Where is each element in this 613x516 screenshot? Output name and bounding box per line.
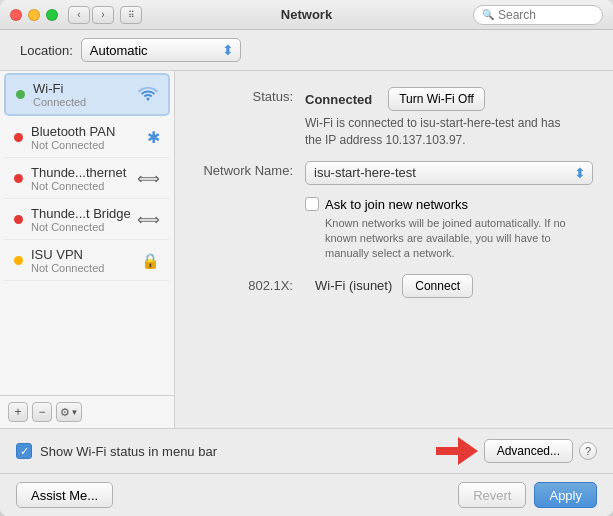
network-status-wifi: Connected <box>33 96 134 108</box>
network-name-label: Network Name: <box>195 161 305 178</box>
network-preferences-window: ‹ › ⠿ Network 🔍 Location: Automatic ⬍ Wi <box>0 0 613 516</box>
ask-join-label: Ask to join new networks <box>325 197 468 212</box>
join-hint-text: Known networks will be joined automatica… <box>325 216 585 262</box>
network-info-bluetooth: Bluetooth PAN Not Connected <box>31 124 143 151</box>
forward-button[interactable]: › <box>92 6 114 24</box>
network-info-wifi: Wi-Fi Connected <box>33 81 134 108</box>
sidebar-item-bluetooth[interactable]: Bluetooth PAN Not Connected ✱ <box>4 118 170 158</box>
status-dot-vpn <box>14 256 23 265</box>
status-label: Status: <box>195 87 305 104</box>
gear-icon: ⚙ <box>60 406 70 419</box>
join-option: Ask to join new networks Known networks … <box>305 197 585 270</box>
status-description: Wi-Fi is connected to isu-start-here-tes… <box>305 115 565 149</box>
revert-button[interactable]: Revert <box>458 482 526 508</box>
dot8021x-row: 802.1X: Wi-Fi (isunet) Connect <box>195 274 593 298</box>
network-status-thunderbolt-bridge: Not Connected <box>31 221 133 233</box>
traffic-lights <box>10 9 58 21</box>
spacer <box>121 482 450 508</box>
network-name-vpn: ISU VPN <box>31 247 137 262</box>
network-name-thunderbolt-eth: Thunde...thernet <box>31 165 133 180</box>
apply-button[interactable]: Apply <box>534 482 597 508</box>
sidebar-bottom: + − ⚙ ▼ <box>0 395 174 428</box>
sidebar: Wi-Fi Connected <box>0 71 175 428</box>
search-box[interactable]: 🔍 <box>473 5 603 25</box>
show-wifi-label: Show Wi-Fi status in menu bar <box>40 444 217 459</box>
status-dot-thunderbolt-eth <box>14 174 23 183</box>
location-bar: Location: Automatic ⬍ <box>0 30 613 71</box>
status-row: Connected Turn Wi-Fi Off <box>305 87 593 111</box>
network-info-thunderbolt-bridge: Thunde...t Bridge Not Connected <box>31 206 133 233</box>
status-dot-thunderbolt-bridge <box>14 215 23 224</box>
status-connected-text: Connected <box>305 92 372 107</box>
show-wifi-row: ✓ Show Wi-Fi status in menu bar <box>16 443 430 459</box>
gear-dropdown-arrow: ▼ <box>71 408 79 417</box>
search-icon: 🔍 <box>482 9 494 20</box>
location-label: Location: <box>20 43 73 58</box>
assist-me-button[interactable]: Assist Me... <box>16 482 113 508</box>
connect-button[interactable]: Connect <box>402 274 473 298</box>
location-select[interactable]: Automatic ⬍ <box>81 38 241 62</box>
dot8021x-value: Wi-Fi (isunet) <box>315 278 392 293</box>
arrow-tail <box>436 447 460 455</box>
arrow-head <box>458 437 478 465</box>
bluetooth-icon: ✱ <box>147 128 160 147</box>
advanced-button[interactable]: Advanced... <box>484 439 573 463</box>
action-buttons-row: Assist Me... Revert Apply <box>0 473 613 516</box>
titlebar: ‹ › ⠿ Network 🔍 <box>0 0 613 30</box>
grid-view-button[interactable]: ⠿ <box>120 6 142 24</box>
network-info-vpn: ISU VPN Not Connected <box>31 247 137 274</box>
ask-join-row: Ask to join new networks Known networks … <box>195 197 593 270</box>
nav-buttons: ‹ › <box>68 6 114 24</box>
turn-wifi-off-button[interactable]: Turn Wi-Fi Off <box>388 87 485 111</box>
join-checkbox-row: Ask to join new networks <box>305 197 585 212</box>
network-status-bluetooth: Not Connected <box>31 139 143 151</box>
network-name-arrow-icon: ⬍ <box>574 165 586 181</box>
join-spacer <box>195 197 305 199</box>
status-dot-wifi <box>16 90 25 99</box>
thunderbolt-eth-icon: ⟺ <box>137 169 160 188</box>
network-list: Wi-Fi Connected <box>0 71 174 395</box>
network-name-selected: isu-start-here-test <box>314 165 416 180</box>
close-button[interactable] <box>10 9 22 21</box>
sidebar-item-wifi[interactable]: Wi-Fi Connected <box>4 73 170 116</box>
network-name-wifi: Wi-Fi <box>33 81 134 96</box>
network-info-thunderbolt-eth: Thunde...thernet Not Connected <box>31 165 133 192</box>
search-input[interactable] <box>498 8 594 22</box>
add-network-button[interactable]: + <box>8 402 28 422</box>
show-wifi-bar: ✓ Show Wi-Fi status in menu bar Advanced… <box>0 428 613 473</box>
detail-panel: Status: Connected Turn Wi-Fi Off Wi-Fi i… <box>175 71 613 428</box>
status-detail-row: Status: Connected Turn Wi-Fi Off Wi-Fi i… <box>195 87 593 149</box>
location-arrow-icon: ⬍ <box>222 42 234 58</box>
minimize-button[interactable] <box>28 9 40 21</box>
maximize-button[interactable] <box>46 9 58 21</box>
sidebar-item-thunderbolt-bridge[interactable]: Thunde...t Bridge Not Connected ⟺ <box>4 200 170 240</box>
ask-join-checkbox[interactable] <box>305 197 319 211</box>
location-value: Automatic <box>90 43 148 58</box>
main-content: Wi-Fi Connected <box>0 71 613 428</box>
wifi-icon <box>138 85 158 105</box>
network-name-dropdown[interactable]: isu-start-here-test ⬍ <box>305 161 593 185</box>
show-wifi-checkbox[interactable]: ✓ <box>16 443 32 459</box>
vpn-icon: 🔒 <box>141 252 160 270</box>
network-name-detail-row: Network Name: isu-start-here-test ⬍ <box>195 161 593 185</box>
back-button[interactable]: ‹ <box>68 6 90 24</box>
network-name-detail-value: isu-start-here-test ⬍ <box>305 161 593 185</box>
help-button[interactable]: ? <box>579 442 597 460</box>
arrow-indicator <box>436 437 478 465</box>
window-title: Network <box>281 7 332 22</box>
thunderbolt-bridge-icon: ⟺ <box>137 210 160 229</box>
network-status-thunderbolt-eth: Not Connected <box>31 180 133 192</box>
sidebar-item-vpn[interactable]: ISU VPN Not Connected 🔒 <box>4 241 170 281</box>
network-settings-button[interactable]: ⚙ ▼ <box>56 402 82 422</box>
status-detail-value: Connected Turn Wi-Fi Off Wi-Fi is connec… <box>305 87 593 149</box>
network-status-vpn: Not Connected <box>31 262 137 274</box>
network-name-thunderbolt-bridge: Thunde...t Bridge <box>31 206 133 221</box>
network-name-bluetooth: Bluetooth PAN <box>31 124 143 139</box>
remove-network-button[interactable]: − <box>32 402 52 422</box>
status-dot-bluetooth <box>14 133 23 142</box>
dot8021x-label: 802.1X: <box>195 278 305 293</box>
sidebar-item-thunderbolt-eth[interactable]: Thunde...thernet Not Connected ⟺ <box>4 159 170 199</box>
